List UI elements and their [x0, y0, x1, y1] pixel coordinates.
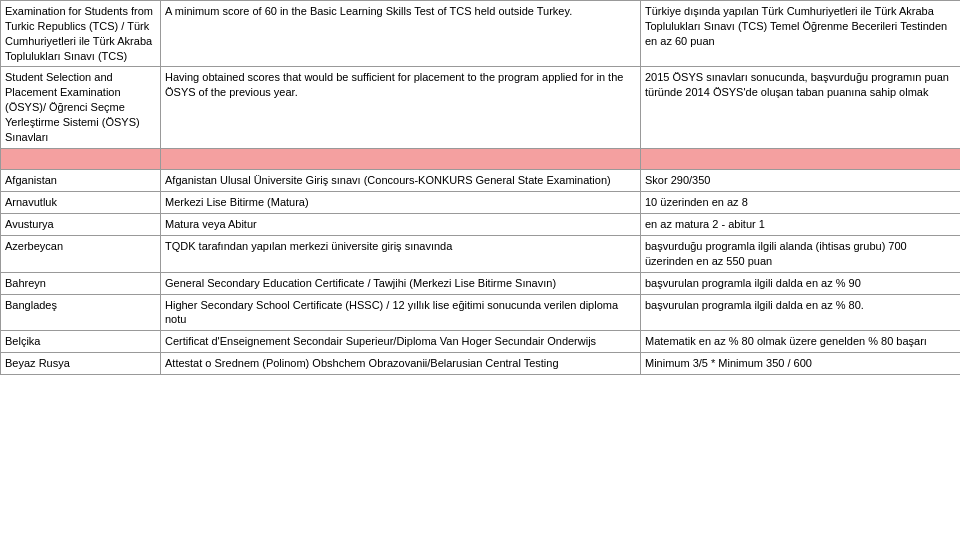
country-arnavutluk: Arnavutluk — [1, 192, 161, 214]
score-belcika: Matematik en az % 80 olmak üzere genelde… — [641, 331, 961, 353]
table-row: Beyaz Rusya Attestat o Srednem (Polinom)… — [1, 353, 961, 375]
country-bahreyn: Bahreyn — [1, 272, 161, 294]
exam-beyaz-rusya: Attestat o Srednem (Polinom) Obshchem Ob… — [161, 353, 641, 375]
table-row: Avusturya Matura veya Abitur en az matur… — [1, 214, 961, 236]
country-beyaz-rusya: Beyaz Rusya — [1, 353, 161, 375]
table-row: Bangladeş Higher Secondary School Certif… — [1, 294, 961, 331]
table-row: Belçika Certificat d'Enseignement Second… — [1, 331, 961, 353]
header-row-2: Student Selection and Placement Examinat… — [1, 67, 961, 148]
header-col3-tcs: Türkiye dışında yapılan Türk Cumhuriyetl… — [641, 1, 961, 67]
score-beyaz-rusya: Minimum 3/5 * Minimum 350 / 600 — [641, 353, 961, 375]
score-avusturya: en az matura 2 - abitur 1 — [641, 214, 961, 236]
score-banglades: başvurulan programla ilgili dalda en az … — [641, 294, 961, 331]
country-afganistan: Afganistan — [1, 170, 161, 192]
exam-azerbeycan: TQDK tarafından yapılan merkezi üniversi… — [161, 235, 641, 272]
country-banglades: Bangladeş — [1, 294, 161, 331]
exam-belcika: Certificat d'Enseignement Secondair Supe… — [161, 331, 641, 353]
table-row: Bahreyn General Secondary Education Cert… — [1, 272, 961, 294]
table-row: Afganistan Afganistan Ulusal Üniversite … — [1, 170, 961, 192]
header-col3-osys: 2015 ÖSYS sınavları sonucunda, başvurduğ… — [641, 67, 961, 148]
exam-avusturya: Matura veya Abitur — [161, 214, 641, 236]
country-azerbeycan: Azerbeycan — [1, 235, 161, 272]
country-avusturya: Avusturya — [1, 214, 161, 236]
header-col2-tcs: A minimum score of 60 in the Basic Learn… — [161, 1, 641, 67]
pink-col2 — [161, 148, 641, 170]
score-afganistan: Skor 290/350 — [641, 170, 961, 192]
pink-col3 — [641, 148, 961, 170]
table-row: Arnavutluk Merkezi Lise Bitirme (Matura)… — [1, 192, 961, 214]
header-col1-osys: Student Selection and Placement Examinat… — [1, 67, 161, 148]
score-azerbeycan: başvurduğu programla ilgili alanda (ihti… — [641, 235, 961, 272]
exam-arnavutluk: Merkezi Lise Bitirme (Matura) — [161, 192, 641, 214]
header-col1-tcs: Examination for Students from Turkic Rep… — [1, 1, 161, 67]
separator-row — [1, 148, 961, 170]
header-row-1: Examination for Students from Turkic Rep… — [1, 1, 961, 67]
exam-bahreyn: General Secondary Education Certificate … — [161, 272, 641, 294]
table-row: Azerbeycan TQDK tarafından yapılan merke… — [1, 235, 961, 272]
exam-afganistan: Afganistan Ulusal Üniversite Giriş sınav… — [161, 170, 641, 192]
country-belcika: Belçika — [1, 331, 161, 353]
exam-banglades: Higher Secondary School Certificate (HSS… — [161, 294, 641, 331]
header-col2-osys: Having obtained scores that would be suf… — [161, 67, 641, 148]
pink-col1 — [1, 148, 161, 170]
score-bahreyn: başvurulan programla ilgili dalda en az … — [641, 272, 961, 294]
score-arnavutluk: 10 üzerinden en az 8 — [641, 192, 961, 214]
